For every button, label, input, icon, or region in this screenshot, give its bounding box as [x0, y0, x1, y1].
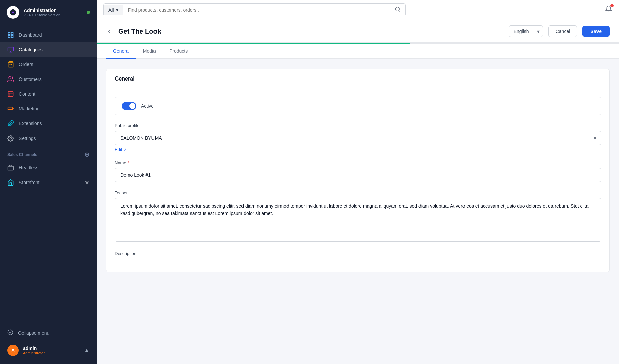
form-area: General Active Public profile: [97, 59, 619, 282]
teaser-field: Teaser Lorem ipsum dolor sit amet, conse…: [115, 190, 601, 243]
tab-products[interactable]: Products: [163, 44, 194, 59]
gear-icon: [7, 135, 14, 142]
external-link-icon: ↗: [123, 147, 127, 152]
megaphone-icon: [7, 105, 14, 112]
general-card-title: General: [106, 69, 609, 89]
sidebar-item-catalogues[interactable]: Catalogues: [0, 42, 97, 57]
general-card: General Active Public profile: [106, 69, 610, 272]
active-toggle[interactable]: [122, 102, 136, 110]
svg-point-14: [10, 138, 12, 139]
svg-line-19: [399, 10, 400, 11]
general-card-body: Active Public profile SALOMON BYUMA ▾ Ed…: [106, 89, 609, 272]
tabs-bar: General Media Products: [97, 44, 619, 59]
collapse-icon: [7, 329, 13, 336]
topbar: All ▾: [97, 0, 619, 20]
name-field: Name *: [115, 160, 601, 182]
language-select[interactable]: English French German Spanish: [509, 25, 543, 37]
name-label: Name *: [115, 160, 601, 165]
svg-rect-15: [8, 166, 14, 170]
user-role: Administrator: [23, 351, 45, 355]
sidebar-nav: Dashboard Catalogues Orders: [0, 25, 97, 321]
save-button[interactable]: Save: [582, 26, 610, 37]
user-item[interactable]: A admin Administrator ▲: [0, 341, 97, 360]
sidebar-item-label: Headless: [19, 165, 38, 170]
search-input[interactable]: [123, 5, 390, 15]
active-label: Active: [141, 103, 154, 109]
svg-point-18: [395, 7, 399, 11]
sidebar-item-orders[interactable]: Orders: [0, 57, 97, 72]
svg-rect-11: [8, 108, 12, 110]
chevron-down-icon: ▾: [116, 7, 118, 13]
sidebar-item-customers[interactable]: Customers: [0, 72, 97, 87]
sidebar-item-label: Settings: [19, 136, 36, 141]
svg-rect-3: [8, 36, 10, 38]
name-input[interactable]: [115, 168, 601, 182]
grid-icon: [7, 32, 14, 38]
search-button[interactable]: [390, 4, 405, 16]
sidebar-item-dashboard[interactable]: Dashboard: [0, 28, 97, 42]
svg-rect-5: [8, 47, 14, 51]
back-button[interactable]: [106, 28, 113, 35]
cancel-button[interactable]: Cancel: [548, 25, 577, 37]
svg-rect-8: [8, 92, 13, 97]
sidebar-item-label: Customers: [19, 76, 42, 82]
svg-rect-1: [8, 33, 10, 35]
language-selector: English French German Spanish ▾: [509, 25, 543, 37]
notification-bell[interactable]: [605, 5, 612, 14]
sidebar-item-label: Storefront: [19, 180, 39, 185]
app-version: v6.4.10 Stable Version: [24, 13, 60, 17]
add-sales-channel-icon[interactable]: ⊕: [84, 151, 89, 158]
active-toggle-row: Active: [115, 97, 601, 115]
teaser-label: Teaser: [115, 190, 601, 195]
search-all-button[interactable]: All ▾: [104, 5, 123, 15]
storefront-eye-icon: 👁: [85, 180, 89, 185]
public-profile-select[interactable]: SALOMON BYUMA: [115, 131, 601, 145]
sidebar-item-extensions[interactable]: Extensions: [0, 116, 97, 131]
main: All ▾ Get The Look: [97, 0, 619, 364]
sidebar-item-label: Orders: [19, 62, 33, 67]
public-profile-select-wrapper: SALOMON BYUMA ▾: [115, 131, 601, 145]
edit-link[interactable]: Edit ↗: [115, 147, 127, 152]
sidebar-footer: Collapse menu A admin Administrator ▲: [0, 321, 97, 364]
description-label: Description: [115, 251, 601, 256]
public-profile-label: Public profile: [115, 123, 601, 128]
user-name: admin: [23, 346, 45, 351]
app-logo: [7, 6, 19, 19]
sales-channels-title: Sales Channels ⊕: [0, 146, 97, 160]
sidebar-item-label: Marketing: [19, 106, 39, 111]
tab-general[interactable]: General: [106, 44, 136, 59]
status-dot: [87, 11, 90, 14]
sidebar-item-label: Extensions: [19, 121, 42, 126]
collapse-menu-item[interactable]: Collapse menu: [0, 325, 97, 341]
sidebar-item-marketing[interactable]: Marketing: [0, 101, 97, 116]
puzzle-icon: [7, 120, 14, 127]
toggle-knob: [129, 103, 135, 109]
sidebar-item-settings[interactable]: Settings: [0, 131, 97, 146]
app-name: Administration: [24, 8, 60, 13]
svg-rect-4: [11, 36, 13, 38]
sidebar-item-content[interactable]: Content: [0, 87, 97, 101]
required-indicator: *: [128, 160, 129, 165]
page-title: Get The Look: [118, 28, 503, 35]
sidebar: Administration v6.4.10 Stable Version Da…: [0, 0, 97, 364]
sidebar-item-label: Dashboard: [19, 32, 42, 38]
notification-badge: [610, 4, 614, 7]
sidebar-item-storefront[interactable]: Storefront 👁: [0, 175, 97, 190]
sidebar-item-label: Content: [19, 91, 35, 97]
sidebar-item-headless[interactable]: Headless: [0, 160, 97, 175]
teaser-textarea[interactable]: Lorem ipsum dolor sit amet, consetetur s…: [115, 198, 601, 242]
bag-icon: [7, 61, 14, 68]
svg-point-7: [9, 77, 11, 79]
content-area: Get The Look English French German Spani…: [97, 20, 619, 364]
storefront-icon: [7, 179, 14, 186]
tab-media[interactable]: Media: [136, 44, 163, 59]
sidebar-item-label: Catalogues: [19, 47, 43, 52]
tag-icon: [7, 46, 14, 53]
collapse-label: Collapse menu: [18, 330, 49, 336]
headless-icon: [7, 164, 14, 171]
public-profile-field: Public profile SALOMON BYUMA ▾ Edit ↗: [115, 123, 601, 152]
page-header: Get The Look English French German Spani…: [97, 20, 619, 43]
search-wrapper: All ▾: [103, 3, 406, 16]
description-field: Description: [115, 251, 601, 256]
svg-rect-2: [11, 33, 13, 35]
